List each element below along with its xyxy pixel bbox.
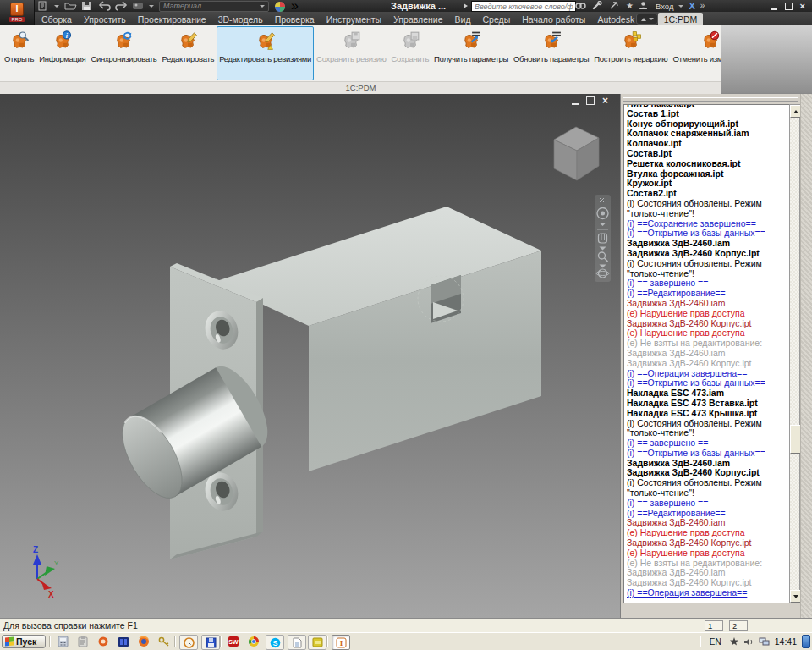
open-document-icon [9,30,30,51]
start-button[interactable]: Пуск [2,635,46,648]
favorites-star-icon[interactable]: ★ [626,0,634,12]
material-combobox[interactable]: Материал [159,1,269,12]
remote-desktop-icon[interactable] [115,635,132,648]
open-button[interactable]: Открыть [2,26,36,80]
doc-minimize-icon[interactable] [572,96,579,105]
build-hierarchy-button[interactable]: Построить иерархию [591,26,670,80]
log-scrollbar[interactable] [789,104,800,603]
new-file-dropdown-icon[interactable] [54,5,59,8]
ribbon-tab[interactable]: Инструменты [321,13,387,25]
ribbon-tab[interactable]: Вид [449,13,477,25]
get-parameters-button[interactable]: Получить параметры [431,26,511,80]
ribbon-tab[interactable]: Проверка [269,13,321,25]
synchronize-icon [113,30,134,51]
y-axis-label: Y [54,559,59,567]
sign-in-caret-icon[interactable] [678,5,683,8]
restore-window-icon[interactable] [785,3,793,10]
ribbon-tab-row: СборкаУпроститьПроектирование3D-модельПр… [0,12,812,25]
status-bar: Для вызова справки нажмите F1 1 2 [0,618,812,632]
svg-text:SW: SW [228,639,239,645]
clock[interactable]: 14:41 [775,636,797,647]
edit-button[interactable]: Редактировать [159,26,217,80]
taskbar-separator [220,636,222,647]
render-icon[interactable] [132,1,144,11]
floppy-app-icon[interactable] [201,635,220,650]
calculator-icon[interactable] [54,635,71,648]
cancel-changes-icon [700,30,721,51]
new-file-icon[interactable] [37,1,49,11]
minimize-window-icon[interactable] [771,3,777,10]
color-wheel-icon[interactable] [274,1,286,11]
firefox-icon[interactable] [135,635,152,648]
save-icon[interactable] [81,1,93,11]
log-line: (е) Нарушение прав доступа [627,309,787,319]
svg-text:I: I [339,639,343,647]
orange-app-icon[interactable] [95,635,112,648]
save-button[interactable]: Сохранить [389,26,432,80]
inventor-task-icon[interactable]: I [332,635,350,650]
ribbon-tab[interactable]: Сборка [36,13,78,25]
ribbon-collapse-icon [641,18,646,21]
redo-icon[interactable] [115,1,127,11]
svg-text:S: S [272,638,277,647]
start-button-label: Пуск [16,636,36,647]
yellow-app-icon[interactable] [308,635,326,650]
information-button[interactable]: i Информация [36,26,88,80]
ribbon-panel-label: 1С:PDM [0,81,721,94]
log-line: (i) ==Открытие из базы данных== [627,449,787,459]
language-indicator[interactable]: EN [706,636,725,647]
log-panel-grip[interactable] [623,97,798,102]
tray-app-icon[interactable] [730,637,738,646]
keys-icon[interactable] [156,635,173,648]
edit-with-revisions-button[interactable]: Редактировать ревизиями [217,26,314,80]
volume-icon[interactable] [743,637,754,647]
application-menu-button[interactable]: I PRO [0,0,35,25]
taskbar-separator [174,636,176,647]
ribbon-tab[interactable]: 3D-модель [212,13,269,25]
clock-app-icon[interactable] [179,635,198,650]
ribbon-tab[interactable]: 1С:PDM [658,13,704,25]
update-parameters-button[interactable]: Обновить параметры [511,26,591,80]
ribbon-tab[interactable]: Упростить [78,13,132,25]
log-line: Задвижка ЗдВ-2460.iam [627,349,787,359]
qat-overflow-icon[interactable]: » [291,0,299,12]
help-wrench-icon[interactable] [592,1,604,11]
user-icon[interactable] [639,1,650,11]
network-icon[interactable] [759,637,770,647]
information-icon: i [52,30,73,51]
ribbon-tab[interactable]: Начало работы [516,13,591,25]
model-viewport[interactable]: Z Y X × [0,94,620,618]
sign-in-label[interactable]: Вход [656,2,674,11]
ribbon-tab[interactable]: Управление [387,13,448,25]
open-file-icon[interactable] [64,1,76,11]
taskbar-separator [49,636,51,647]
solidworks-icon[interactable]: SW [225,635,242,648]
search-binoculars-icon[interactable] [575,1,587,11]
exchange-apps-icon[interactable]: X [689,1,694,11]
undo-icon[interactable] [98,1,110,11]
panel-resize-gutter[interactable] [800,94,812,618]
help-search-input[interactable] [471,1,576,12]
synchronize-button[interactable]: Синхронизировать [88,26,159,80]
log-line: Накладка ESC 473 Крышка.ipt [627,409,787,419]
status-box-1: 1 [705,620,723,631]
titlebar-overflow-icon[interactable]: » [700,0,705,12]
ribbon-tab[interactable]: Проектирование [132,13,212,25]
ribbon-collapse-button[interactable] [636,14,658,25]
show-desktop-button[interactable] [802,635,810,648]
log-panel-header[interactable]: x [621,94,812,104]
skype-icon[interactable]: S [266,635,284,650]
log-list-container[interactable]: Нить накала.iptСостав 1.iptКонус обтюрир… [623,104,789,603]
navigation-bar[interactable] [595,195,611,282]
ribbon-empty-area [721,25,812,94]
chrome-icon[interactable] [245,635,262,648]
ribbon-tab[interactable]: Среды [477,13,517,25]
communication-icon[interactable] [609,1,621,11]
save-revision-button[interactable]: Сохранить ревизию [314,26,388,80]
render-dropdown-icon[interactable] [149,5,154,8]
document-app-icon[interactable] [288,635,306,650]
doc-close-icon[interactable]: × [602,96,608,105]
close-window-icon[interactable]: × [800,1,805,11]
doc-restore-icon[interactable] [586,96,595,105]
clipboard-icon[interactable] [74,635,91,648]
